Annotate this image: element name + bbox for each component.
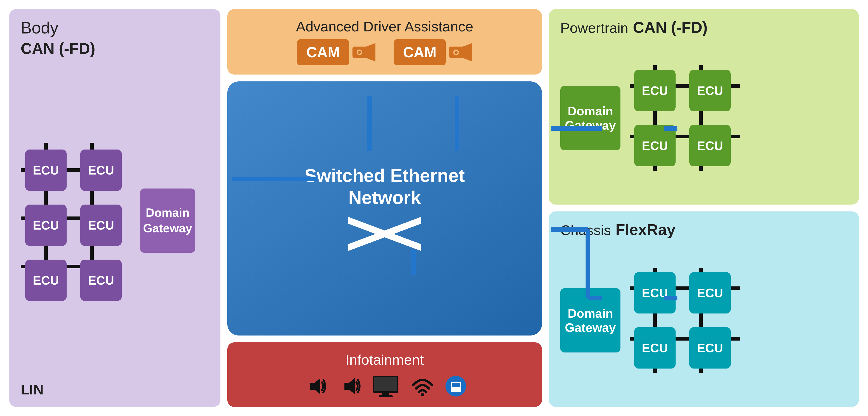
powertrain-subtitle: CAN (-FD) — [633, 19, 708, 36]
svg-rect-21 — [344, 383, 349, 390]
powertrain-content: DomainGateway ECU ECU ECU — [560, 41, 847, 196]
infotainment-icons: ⬓ — [303, 375, 466, 397]
speaker-icon-2 — [338, 375, 361, 397]
adas-title: Advanced Driver Assistance — [296, 19, 473, 35]
bluetooth-icon: ⬓ — [445, 376, 466, 396]
monitor-icon — [372, 375, 400, 397]
svg-rect-24 — [374, 377, 397, 391]
cam-icon-2 — [449, 43, 472, 62]
body-gw-wrapper: DomainGateway — [140, 188, 195, 253]
body-ecu-3: ECU — [25, 205, 67, 246]
chassis-ecu-3: ECU — [634, 327, 676, 369]
infotainment-panel: Infotainment — [227, 342, 542, 407]
ethernet-title: Switched EthernetNetwork — [305, 165, 465, 209]
svg-point-27 — [421, 393, 424, 396]
body-domain-panel: Body CAN (-FD) ECU ECU ECU — [9, 9, 220, 407]
chassis-header: Chassis FlexRay — [560, 220, 847, 239]
svg-marker-9 — [463, 43, 472, 62]
body-ecu-5: ECU — [25, 259, 67, 301]
body-ecu-1: ECU — [25, 149, 67, 191]
svg-point-12 — [455, 51, 458, 54]
powertrain-panel: Powertrain CAN (-FD) DomainGateway — [549, 9, 859, 205]
cam-row: CAM CAM — [297, 39, 472, 65]
powertrain-ecu-wrapper: ECU ECU ECU ECU — [630, 65, 740, 171]
svg-marker-5 — [366, 43, 375, 62]
chassis-content: DomainGateway ECU ECU ECU ECU — [560, 243, 847, 397]
powertrain-header: Powertrain CAN (-FD) — [560, 19, 847, 36]
wifi-icon — [411, 376, 434, 396]
chassis-title: Chassis — [560, 222, 611, 238]
powertrain-ecu-4: ECU — [689, 125, 731, 166]
speaker-icon-1 — [303, 375, 326, 397]
body-subtitle: CAN (-FD) — [21, 39, 209, 57]
body-ecu-grid: ECU ECU ECU ECU ECU ECU — [25, 149, 131, 301]
cam-box-1: CAM — [297, 39, 349, 65]
chassis-subtitle: FlexRay — [616, 220, 676, 239]
powertrain-title: Powertrain — [560, 20, 628, 36]
adas-panel: Advanced Driver Assistance CAM CAM — [227, 9, 542, 74]
main-container: Body CAN (-FD) ECU ECU ECU — [0, 0, 868, 416]
svg-rect-19 — [310, 383, 315, 390]
cam-unit-1: CAM — [297, 39, 375, 65]
powertrain-domain-gateway: DomainGateway — [560, 86, 620, 150]
svg-rect-26 — [379, 395, 393, 397]
infotainment-title: Infotainment — [345, 352, 424, 368]
body-ecu-4: ECU — [81, 205, 122, 246]
cam-icon-1 — [352, 43, 375, 62]
svg-point-8 — [358, 51, 361, 54]
chassis-ecu-4: ECU — [689, 327, 731, 369]
chassis-ecu-grid: ECU ECU ECU ECU — [634, 272, 740, 369]
body-ecu-grid-wrapper: ECU ECU ECU ECU ECU ECU — [21, 143, 131, 299]
body-ecu-section: ECU ECU ECU ECU ECU ECU DomainGateway — [21, 67, 209, 375]
chassis-ecu-2: ECU — [689, 272, 731, 313]
chassis-ecu-1: ECU — [634, 272, 676, 313]
svg-marker-20 — [315, 378, 320, 394]
chassis-domain-gateway: DomainGateway — [560, 288, 620, 352]
body-ecu-2: ECU — [81, 149, 122, 191]
ethernet-switch: Switched EthernetNetwork — [227, 81, 542, 336]
chassis-ecu-wrapper: ECU ECU ECU ECU — [630, 268, 740, 373]
body-domain-gateway: DomainGateway — [140, 188, 195, 253]
switch-icon — [348, 215, 422, 252]
svg-marker-22 — [349, 378, 355, 394]
body-lin-label: LIN — [21, 375, 209, 397]
right-column: Powertrain CAN (-FD) DomainGateway — [549, 9, 859, 407]
powertrain-ecu-grid: ECU ECU ECU ECU — [634, 70, 740, 166]
body-ecu-6: ECU — [81, 259, 122, 301]
cam-unit-2: CAM — [394, 39, 472, 65]
body-title: Body — [21, 19, 209, 37]
powertrain-ecu-1: ECU — [634, 70, 676, 111]
powertrain-ecu-3: ECU — [634, 125, 676, 166]
cam-box-2: CAM — [394, 39, 446, 65]
center-column: Advanced Driver Assistance CAM CAM — [227, 9, 542, 407]
chassis-panel: Chassis FlexRay DomainGateway ECU — [549, 211, 859, 407]
powertrain-ecu-2: ECU — [689, 70, 731, 111]
